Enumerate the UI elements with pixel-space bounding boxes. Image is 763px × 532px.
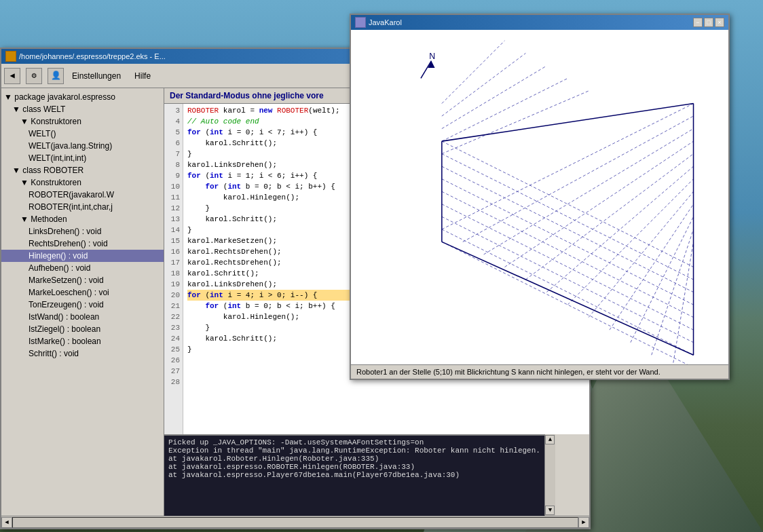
line-number: 13 — [167, 214, 180, 225]
karol-maximize-btn[interactable]: □ — [704, 18, 713, 27]
karol-minimize-btn[interactable]: − — [693, 18, 703, 27]
console-scrollbar[interactable]: ▲ ▼ — [544, 434, 555, 516]
console-line: at javakarol.espresso.ROBOTER.Hinlegen(R… — [168, 463, 540, 471]
menu-hilfe[interactable]: Hilfe — [132, 70, 153, 82]
tree-item[interactable]: TonErzeugen() : void — [1, 299, 164, 311]
line-number: 4 — [167, 116, 180, 127]
tree-item[interactable]: IstWand() : boolean — [1, 311, 164, 323]
toolbar-settings-icon[interactable]: ⚙ — [26, 68, 42, 84]
line-number: 22 — [167, 311, 180, 322]
tree-item[interactable]: ▼ package javakarol.espresso — [1, 91, 164, 103]
tree-item[interactable]: Schritt() : void — [1, 347, 164, 360]
tree-item[interactable]: Hinlegen() : void — [1, 250, 164, 262]
console-line: Picked up _JAVA_OPTIONS: -Dawt.useSystem… — [168, 438, 540, 446]
scrollbar-down-btn[interactable]: ▼ — [545, 506, 555, 515]
karol-close-btn[interactable]: × — [715, 18, 724, 27]
line-number: 21 — [167, 301, 180, 311]
karol-canvas: N — [351, 30, 728, 364]
tree-item[interactable]: ▼ class ROBOTER — [1, 164, 164, 176]
tree-item[interactable]: IstMarke() : boolean — [1, 335, 164, 347]
tree-item[interactable]: ▼ Konstruktoren — [1, 115, 164, 128]
toolbar-user-icon[interactable]: 👤 — [48, 68, 64, 84]
scrollbar-up-btn[interactable]: ▲ — [545, 435, 555, 444]
tree-item[interactable]: WELT() — [1, 128, 164, 140]
tree-item[interactable]: MarkeSetzen() : void — [1, 274, 164, 286]
line-number: 23 — [167, 322, 180, 333]
svg-text:N: N — [429, 52, 435, 61]
scroll-right-btn[interactable]: ▶ — [578, 517, 589, 528]
ide-titlebar-left: /home/johannes/.espresso/treppe2.eks - E… — [5, 51, 166, 62]
console-line: at javakarol.Roboter.Hinlegen(Roboter.ja… — [168, 455, 540, 463]
line-number: 5 — [167, 127, 180, 138]
tree-item[interactable]: WELT(int,int,int) — [1, 152, 164, 164]
tree-item[interactable]: LinksDrehen() : void — [1, 225, 164, 238]
line-number: 16 — [167, 246, 180, 257]
karol-window: JavaKarol − □ × N — [350, 14, 730, 380]
karol-status-bar: Roboter1 an der Stelle (5;10) mit Blickr… — [351, 364, 728, 379]
karol-titlebar-controls: − □ × — [693, 18, 724, 27]
karol-titlebar: JavaKarol − □ × — [351, 15, 728, 30]
line-number: 18 — [167, 268, 180, 279]
line-number: 15 — [167, 235, 180, 246]
ide-console[interactable]: Picked up _JAVA_OPTIONS: -Dawt.useSystem… — [164, 434, 544, 516]
h-scrollbar-track[interactable] — [12, 517, 578, 528]
line-number: 7 — [167, 149, 180, 159]
karol-titlebar-left: JavaKarol — [355, 17, 402, 28]
line-number: 24 — [167, 333, 180, 344]
ide-icon — [5, 51, 16, 62]
tree-item[interactable]: ▼ class WELT — [1, 103, 164, 115]
tree-item[interactable]: ▼ Konstruktoren — [1, 176, 164, 189]
line-number: 19 — [167, 279, 180, 290]
toolbar-back-icon[interactable]: ◀ — [4, 68, 20, 84]
ide-bottom-bar: ◀ ▶ — [1, 516, 589, 528]
ide-tree-panel: ▼ package javakarol.espresso▼ class WELT… — [1, 88, 164, 516]
tree-item[interactable]: ▼ Methoden — [1, 213, 164, 225]
tree-item[interactable]: WELT(java.lang.String) — [1, 140, 164, 152]
line-number: 20 — [167, 290, 180, 301]
console-line: at javakarol.espresso.Player67dbe1ea.mai… — [168, 471, 540, 479]
ide-menu: Einstellungen Hilfe — [69, 70, 153, 82]
karol-world-svg: N — [351, 30, 728, 364]
console-wrapper: Picked up _JAVA_OPTIONS: -Dawt.useSystem… — [164, 434, 589, 516]
line-numbers: 3456789101112131415161718192021222324252… — [164, 104, 183, 434]
tree-item[interactable]: Aufheben() : void — [1, 262, 164, 274]
line-number: 14 — [167, 225, 180, 235]
karol-icon — [355, 17, 366, 28]
line-number: 28 — [167, 377, 180, 387]
line-number: 27 — [167, 366, 180, 377]
tree-item[interactable]: ROBOTER(int,int,char,j — [1, 201, 164, 213]
line-number: 6 — [167, 138, 180, 149]
line-number: 25 — [167, 344, 180, 355]
line-number: 12 — [167, 203, 180, 214]
tree-item[interactable]: MarkeLoeschen() : voi — [1, 286, 164, 299]
ide-title: /home/johannes/.espresso/treppe2.eks - E… — [19, 52, 166, 60]
karol-title: JavaKarol — [369, 18, 402, 26]
menu-einstellungen[interactable]: Einstellungen — [69, 70, 124, 82]
tree-item[interactable]: RechtsDrehen() : void — [1, 238, 164, 250]
tree-item[interactable]: IstZiegel() : boolean — [1, 323, 164, 335]
tree-item[interactable]: ROBOTER(javakarol.W — [1, 189, 164, 201]
console-line: Exception in thread "main" java.lang.Run… — [168, 446, 540, 455]
line-number: 17 — [167, 257, 180, 268]
line-number: 8 — [167, 159, 180, 170]
line-number: 11 — [167, 192, 180, 203]
scroll-left-btn[interactable]: ◀ — [1, 517, 12, 528]
line-number: 3 — [167, 105, 180, 116]
line-number: 9 — [167, 170, 180, 181]
line-number: 10 — [167, 181, 180, 192]
karol-content: N — [351, 30, 728, 379]
svg-rect-0 — [351, 37, 728, 358]
line-number: 26 — [167, 355, 180, 366]
